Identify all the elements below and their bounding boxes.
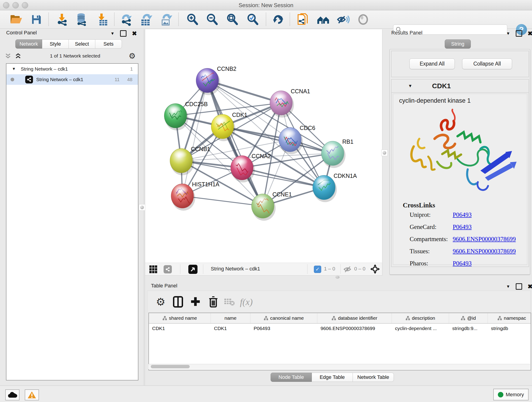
table-cell[interactable]: P06493 [250,324,317,333]
panel-menu-icon[interactable]: ▼ [506,31,510,36]
cloud-status-button[interactable] [5,389,19,400]
table-cell[interactable]: cyclin-dependent ... [392,324,449,333]
delete-column-icon[interactable] [206,295,220,309]
horizontal-splitter-handle[interactable] [336,276,340,279]
clone-network-button[interactable] [296,13,309,26]
export-image-button[interactable] [159,13,172,26]
hide-selected-button[interactable] [336,13,350,26]
panel-menu-icon[interactable]: ▼ [506,284,510,289]
network-canvas[interactable]: CCNB2CCNA1CDC25BCDK1CDC6RB1CCNB1CCNA2CDK… [145,29,382,263]
node-label-CDKN1A: CDKN1A [334,172,357,179]
tab-sets[interactable]: Sets [95,39,122,49]
show-columns-icon[interactable] [171,295,185,309]
table-cell[interactable]: stringdb:9... [449,324,488,333]
column-header-shared-name[interactable]: shared name [149,313,211,323]
table-options-gear-icon[interactable]: ⚙ [154,295,167,309]
fit-content-crosshair-icon[interactable] [370,264,380,274]
float-panel-icon[interactable] [120,30,127,37]
close-panel-icon[interactable]: ✖ [528,284,532,289]
crosslink-link[interactable]: P06493 [453,223,472,230]
scrollbar-thumb[interactable] [151,365,190,368]
import-network-from-database-button[interactable] [75,13,88,26]
expand-all-button[interactable]: Expand All [409,58,455,69]
window-title: Session: New Session [0,2,532,8]
column-header-@id[interactable]: @id [449,313,488,323]
float-panel-icon[interactable] [516,283,522,290]
panel-menu-icon[interactable]: ▼ [110,31,114,36]
grid-view-icon[interactable] [149,265,157,273]
network-graph[interactable]: CCNB2CCNA1CDC25BCDK1CDC6RB1CCNB1CCNA2CDK… [145,29,382,263]
birdseye-view-icon[interactable] [188,265,197,274]
crosslink-link[interactable]: P06493 [453,260,472,267]
expand-all-networks-icon[interactable] [15,52,22,59]
import-network-button[interactable] [56,13,69,26]
tab-edge-table[interactable]: Edge Table [312,373,353,382]
close-panel-icon[interactable]: ✖ [528,31,532,36]
first-neighbors-button[interactable] [317,13,330,26]
crosslink-link[interactable]: 9606.ENSP00000378699 [453,248,516,255]
tab-string[interactable]: String [445,39,471,49]
gene-section-header[interactable]: ▼ CDK1 [392,80,529,93]
crosslink-label: Pharos: [410,260,428,267]
apply-layout-button[interactable] [272,13,285,26]
network-collection-row[interactable]: ▼ String Network – cdk1 1 [6,64,138,74]
zoom-selected-button[interactable] [246,13,259,26]
collection-expander-icon[interactable]: ▼ [12,67,16,71]
network-row[interactable]: String Network – cdk1 11 48 [6,74,138,85]
import-network-icon [56,13,68,26]
table-row[interactable]: CDK1CDK1P064939606.ENSP00000378699cyclin… [149,324,531,333]
collapse-all-networks-icon[interactable] [5,52,12,59]
warning-triangle-icon [27,391,36,399]
section-expander-icon[interactable]: ▼ [408,83,412,89]
node-label-CCNB1: CCNB1 [191,146,210,152]
tab-node-table[interactable]: Node Table [271,373,312,382]
collapse-all-button[interactable]: Collapse All [462,58,512,69]
create-column-icon[interactable]: ✚ [189,295,202,309]
import-table-button[interactable] [95,13,109,26]
cloud-icon [7,392,17,398]
hidden-eye-slash-icon[interactable] [343,266,352,273]
column-header-database-identifier[interactable]: database identifier [317,313,392,323]
tab-network-table[interactable]: Network Table [353,373,394,382]
save-icon [31,14,42,25]
network-view-share-icon[interactable] [164,265,172,274]
right-splitter-handle[interactable] [381,150,388,156]
crosslink-link[interactable]: 9606.ENSP00000378699 [453,236,516,243]
tab-style[interactable]: Style [42,39,69,49]
save-session-button[interactable] [30,13,43,26]
column-header-description[interactable]: description [392,313,449,323]
column-header-namespac[interactable]: namespac [488,313,531,323]
column-label: namespac [504,315,526,321]
export-network-icon [120,13,132,26]
open-session-button[interactable] [10,13,23,26]
warnings-button[interactable] [25,389,39,400]
table-cell[interactable]: 9606.ENSP00000378699 [317,324,392,333]
highlight-button[interactable] [356,13,370,26]
close-panel-icon[interactable]: ✖ [132,31,137,36]
cytoscape-window: Session: New Session [0,0,532,402]
export-network-button[interactable] [119,13,133,26]
zoom-out-button[interactable] [206,13,219,26]
column-header-name[interactable]: name [211,313,250,323]
delete-table-icon[interactable] [222,295,236,309]
crosslink-link[interactable]: P06493 [453,211,472,218]
function-builder-icon[interactable]: f(x) [239,295,253,309]
left-splitter-handle[interactable] [139,204,145,211]
export-table-button[interactable] [139,13,152,26]
tab-select[interactable]: Select [69,39,95,49]
column-header-canonical-name[interactable]: canonical name [250,313,317,323]
table-horizontal-scrollbar[interactable] [148,364,530,369]
selected-checkbox-icon[interactable]: ✓ [314,266,321,273]
table-cell[interactable]: CDK1 [211,324,250,333]
tab-network[interactable]: Network [15,39,42,49]
network-options-gear-icon[interactable]: ⚙ [129,51,136,61]
table-cell[interactable]: CDK1 [149,324,211,333]
zoom-fit-button[interactable] [226,13,239,26]
table-cell[interactable]: stringdb [488,324,531,333]
zoom-in-button[interactable] [186,13,199,26]
column-label: database identifier [338,315,377,321]
main-toolbar: ? [0,10,532,29]
export-table-icon [139,13,152,26]
memory-button[interactable]: Memory [493,389,529,400]
float-panel-icon[interactable] [516,30,522,37]
